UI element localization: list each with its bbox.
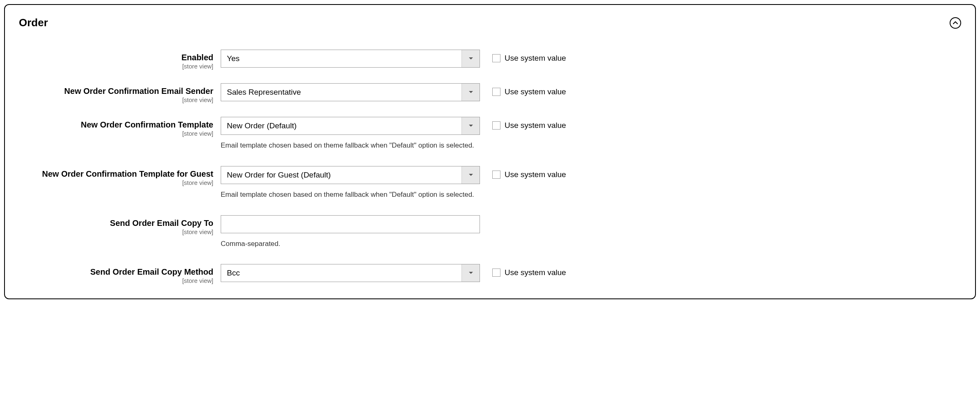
select-value: Sales Representative [221,88,461,97]
chevron-down-icon [468,91,473,94]
control-col: Sales Representative [221,83,480,101]
system-value-label: Use system value [505,54,566,63]
system-value-col: Use system value [480,264,566,277]
system-value-label: Use system value [505,121,566,130]
select-arrow [461,84,480,101]
select-arrow [461,117,480,134]
note-col: Email template chosen based on theme fal… [221,190,480,200]
scope-label: [store view] [19,179,213,187]
label-col: New Order Confirmation Template for Gues… [19,166,221,187]
copy-to-input[interactable] [221,215,480,233]
system-value-col: Use system value [480,117,566,130]
system-value-col: Use system value [480,83,566,96]
row-copy-to: Send Order Email Copy To [store view] [19,215,961,236]
enabled-system-checkbox[interactable] [492,54,500,62]
chevron-up-icon [953,21,958,25]
note-row-template: Email template chosen based on theme fal… [19,141,961,150]
enabled-select[interactable]: Yes [221,50,480,68]
chevron-down-icon [468,124,473,127]
label-col: New Order Confirmation Email Sender [sto… [19,83,221,104]
system-value-col: Use system value [480,50,566,63]
select-value: New Order for Guest (Default) [221,171,461,180]
scope-label: [store view] [19,96,213,104]
control-col: Yes [221,50,480,68]
enabled-label: Enabled [19,52,213,63]
note-row-guest-template: Email template chosen based on theme fal… [19,190,961,200]
chevron-down-icon [468,271,473,275]
select-arrow [461,50,480,67]
copy-method-label: Send Order Email Copy Method [19,266,213,277]
system-value-col: Use system value [480,166,566,179]
template-system-checkbox[interactable] [492,121,500,130]
scope-label: [store view] [19,63,213,70]
note-col: Email template chosen based on theme fal… [221,141,480,150]
row-copy-method: Send Order Email Copy Method [store view… [19,264,961,285]
order-panel: Order Enabled [store view] Yes Use syste… [4,4,976,299]
sender-system-checkbox[interactable] [492,88,500,96]
system-value-label: Use system value [505,268,566,277]
template-select[interactable]: New Order (Default) [221,117,480,135]
collapse-toggle-button[interactable] [950,17,961,29]
control-col: New Order for Guest (Default) [221,166,480,184]
guest-template-select[interactable]: New Order for Guest (Default) [221,166,480,184]
copy-method-select[interactable]: Bcc [221,264,480,282]
chevron-down-icon [468,57,473,60]
copy-method-system-checkbox[interactable] [492,269,500,277]
select-arrow [461,264,480,282]
note-spacer [19,190,221,200]
copy-to-label: Send Order Email Copy To [19,218,213,228]
scope-label: [store view] [19,130,213,137]
scope-label: [store view] [19,228,213,236]
copy-to-note: Comma-separated. [221,239,480,249]
select-arrow [461,166,480,184]
row-enabled: Enabled [store view] Yes Use system valu… [19,50,961,70]
control-col: New Order (Default) [221,117,480,135]
row-template: New Order Confirmation Template [store v… [19,117,961,137]
chevron-down-icon [468,173,473,177]
note-spacer [19,239,221,249]
label-col: Send Order Email Copy Method [store view… [19,264,221,285]
control-col: Bcc [221,264,480,282]
select-value: New Order (Default) [221,121,461,130]
scope-label: [store view] [19,277,213,285]
template-note: Email template chosen based on theme fal… [221,141,480,150]
note-col: Comma-separated. [221,239,480,249]
panel-header: Order [19,16,961,29]
guest-template-system-checkbox[interactable] [492,171,500,179]
guest-template-label: New Order Confirmation Template for Gues… [19,168,213,179]
system-value-label: Use system value [505,87,566,96]
control-col [221,215,480,233]
select-value: Yes [221,54,461,63]
note-spacer [19,141,221,150]
system-value-label: Use system value [505,170,566,179]
panel-title: Order [19,16,48,29]
label-col: Send Order Email Copy To [store view] [19,215,221,236]
sender-select[interactable]: Sales Representative [221,83,480,101]
label-col: Enabled [store view] [19,50,221,70]
note-row-copy-to: Comma-separated. [19,239,961,249]
select-value: Bcc [221,269,461,278]
row-guest-template: New Order Confirmation Template for Gues… [19,166,961,187]
sender-label: New Order Confirmation Email Sender [19,86,213,96]
label-col: New Order Confirmation Template [store v… [19,117,221,137]
guest-template-note: Email template chosen based on theme fal… [221,190,480,200]
row-sender: New Order Confirmation Email Sender [sto… [19,83,961,104]
template-label: New Order Confirmation Template [19,119,213,130]
